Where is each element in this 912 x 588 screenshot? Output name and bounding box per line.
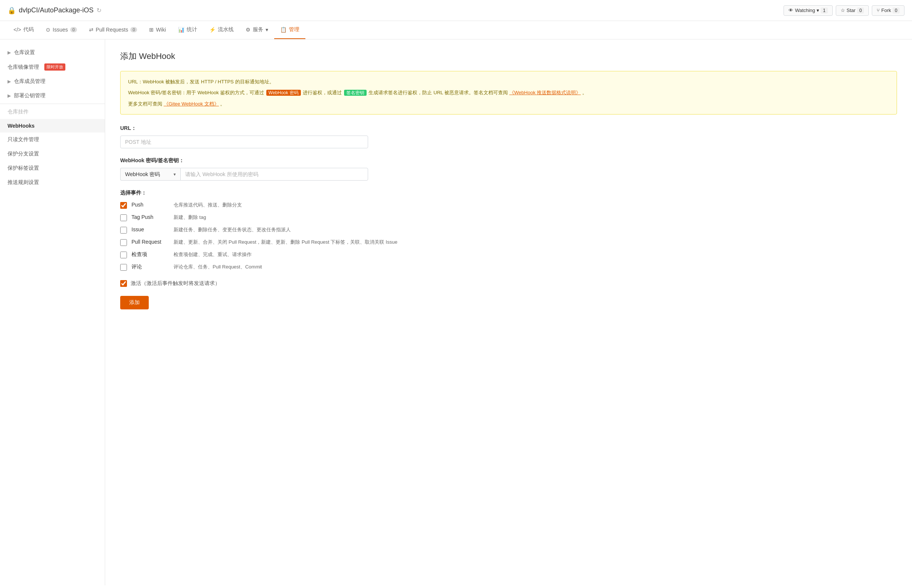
sidebar-item-repo-members[interactable]: ▶ 仓库成员管理	[0, 74, 105, 89]
sidebar-item-protect-tag[interactable]: 保护标签设置	[0, 161, 105, 175]
watch-button[interactable]: 👁 Watching ▾ 1	[784, 5, 832, 16]
repo-name-text: dvlpCI/AutoPackage-iOS	[19, 6, 94, 14]
info-line2-end: 。	[582, 90, 587, 95]
fork-label: Fork	[881, 8, 891, 13]
tab-stats-label: 统计	[187, 26, 197, 33]
refresh-icon: ↻	[97, 7, 102, 14]
tab-pull-requests[interactable]: ⇄ Pull Requests 0	[83, 21, 144, 39]
info-line1: URL：WebHook 被触发后，发送 HTTP / HTTPS 的目标通知地址…	[128, 78, 889, 86]
repo-title: 🔒 dvlpCI/AutoPackage-iOS ↻	[8, 6, 102, 15]
star-label: Star	[847, 8, 855, 13]
tab-manage[interactable]: 📋 管理	[274, 21, 306, 39]
info-line3-link[interactable]: 《Gitee WebHook 文档》	[164, 101, 219, 107]
active-checkbox[interactable]	[120, 280, 127, 287]
event-checkbox-check-item[interactable]	[120, 252, 127, 258]
info-line2-post: 生成请求签名进行鉴权，防止 URL 被恶意请求。签名文档可查阅	[369, 90, 508, 95]
tab-wiki-label: Wiki	[156, 27, 166, 33]
sidebar-label-repo-members: 仓库成员管理	[14, 78, 45, 85]
layout: ▶ 仓库设置 仓库镜像管理 限时开放 ▶ 仓库成员管理 ▶ 部署公钥管理 仓库挂…	[0, 39, 912, 585]
watch-dropdown-icon: ▾	[817, 8, 819, 13]
sidebar-label-deploy-keys: 部署公钥管理	[14, 92, 45, 99]
stats-icon: 📊	[178, 27, 184, 33]
info-line2-link[interactable]: 《WebHook 推送数据格式说明》	[509, 90, 581, 95]
code-icon: </>	[13, 27, 21, 33]
tab-pipeline[interactable]: ⚡ 流水线	[203, 21, 239, 39]
arrow-icon-3: ▶	[8, 93, 11, 99]
star-count: 0	[857, 8, 864, 13]
password-label: WebHook 密码/签名密钥：	[120, 157, 897, 164]
sidebar-label-repo-mirror: 仓库镜像管理	[8, 64, 39, 71]
sidebar-item-push-rules[interactable]: 推送规则设置	[0, 175, 105, 190]
arrow-icon-2: ▶	[8, 79, 11, 84]
event-desc-push: 仓库推送代码、推送、删除分支	[173, 202, 242, 208]
event-name-tag-push: Tag Push	[131, 214, 169, 220]
pr-badge: 0	[130, 27, 137, 32]
tab-services[interactable]: ⚙ 服务 ▾	[239, 21, 274, 39]
sidebar-item-repo-settings[interactable]: ▶ 仓库设置	[0, 45, 105, 60]
pr-icon: ⇄	[89, 27, 94, 33]
tab-code[interactable]: </> 代码	[8, 21, 40, 39]
nav-tabs: </> 代码 ⊙ Issues 0 ⇄ Pull Requests 0 ⊞ Wi…	[0, 21, 912, 39]
sidebar-label-repo-settings: 仓库设置	[14, 49, 35, 56]
event-desc-issue: 新建任务、删除任务、变更任务状态、更改任务指派人	[173, 226, 291, 233]
sign-key-tag: 签名密钥	[344, 90, 367, 96]
event-checkbox-tag-push[interactable]	[120, 215, 127, 221]
tab-pr-label: Pull Requests	[96, 27, 128, 33]
event-row-tag-push: Tag Push 新建、删除 tag	[120, 214, 897, 221]
event-row-check-item: 检查项 检查项创建、完成、重试、请求操作	[120, 251, 897, 258]
fork-button[interactable]: ⑂ Fork 0	[872, 5, 904, 16]
event-name-check-item: 检查项	[131, 251, 169, 258]
tab-code-label: 代码	[23, 26, 34, 33]
sidebar-label-webhooks: WebHooks	[8, 123, 34, 129]
sidebar-item-protect-branch[interactable]: 保护分支设置	[0, 147, 105, 161]
star-icon: ☆	[841, 8, 845, 13]
event-desc-comment: 评论仓库、任务、Pull Request、Commit	[173, 263, 262, 270]
password-type-wrapper: WebHook 密码 签名密钥	[120, 168, 180, 181]
issues-badge: 0	[70, 27, 77, 32]
tab-issues-label: Issues	[53, 27, 68, 33]
sidebar-label-readonly-files: 只读文件管理	[8, 136, 39, 143]
event-name-pull-request: Pull Request	[131, 239, 169, 245]
tab-manage-label: 管理	[289, 26, 299, 33]
sidebar-divider-1	[0, 103, 105, 104]
sidebar-label-protect-tag: 保护标签设置	[8, 165, 39, 171]
tab-issues[interactable]: ⊙ Issues 0	[40, 21, 83, 39]
sidebar-item-webhooks[interactable]: WebHooks	[0, 119, 105, 132]
info-line3-pre: 更多文档可查阅	[128, 101, 162, 107]
event-name-comment: 评论	[131, 263, 169, 270]
sidebar-item-deploy-keys[interactable]: ▶ 部署公钥管理	[0, 89, 105, 103]
events-form-group: 选择事件： Push 仓库推送代码、推送、删除分支 Tag Push 新建、删除…	[120, 190, 897, 271]
sidebar-item-repo-mirror[interactable]: 仓库镜像管理 限时开放	[0, 60, 105, 74]
event-checkbox-comment[interactable]	[120, 264, 127, 271]
url-label: URL：	[120, 125, 897, 132]
submit-button[interactable]: 添加	[120, 296, 149, 309]
info-box: URL：WebHook 被触发后，发送 HTTP / HTTPS 的目标通知地址…	[120, 71, 897, 115]
pipeline-icon: ⚡	[209, 27, 216, 33]
event-checkbox-push[interactable]	[120, 202, 127, 209]
event-checkbox-issue[interactable]	[120, 227, 127, 234]
info-line2: WebHook 密码/签名密钥：用于 WebHook 鉴权的方式，可通过 Web…	[128, 88, 889, 97]
eye-icon: 👁	[788, 8, 793, 13]
services-icon: ⚙	[246, 27, 251, 33]
sidebar-label-protect-branch: 保护分支设置	[8, 150, 39, 157]
tab-wiki[interactable]: ⊞ Wiki	[143, 21, 171, 39]
header: 🔒 dvlpCI/AutoPackage-iOS ↻ 👁 Watching ▾ …	[0, 0, 912, 21]
page-title: 添加 WebHook	[120, 51, 897, 62]
password-input[interactable]	[180, 168, 368, 181]
lock-icon: 🔒	[8, 6, 16, 15]
active-label: 激活（激活后事件触发时将发送请求）	[131, 280, 220, 287]
tab-stats[interactable]: 📊 统计	[172, 21, 203, 39]
event-row-comment: 评论 评论仓库、任务、Pull Request、Commit	[120, 263, 897, 271]
info-line2-pre: WebHook 密码/签名密钥：用于 WebHook 鉴权的方式，可通过	[128, 90, 264, 95]
event-checkbox-pull-request[interactable]	[120, 239, 127, 246]
fork-icon: ⑂	[877, 8, 880, 13]
sidebar-label-repo-hooks: 仓库挂件	[8, 108, 29, 115]
url-form-group: URL：	[120, 125, 897, 148]
star-button[interactable]: ☆ Star 0	[836, 5, 869, 16]
services-dropdown-icon: ▾	[265, 27, 268, 33]
password-type-select[interactable]: WebHook 密码 签名密钥	[120, 168, 180, 181]
sidebar-item-readonly-files[interactable]: 只读文件管理	[0, 132, 105, 147]
url-input[interactable]	[120, 136, 368, 148]
fork-count: 0	[893, 8, 900, 13]
active-row: 激活（激活后事件触发时将发送请求）	[120, 280, 897, 287]
